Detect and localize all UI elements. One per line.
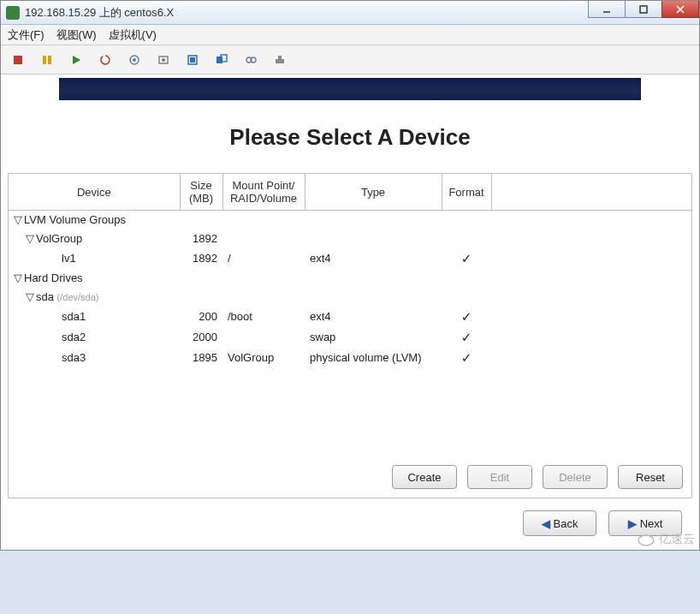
svg-rect-5 [14, 56, 22, 64]
connect-device-icon[interactable] [240, 50, 261, 70]
edit-button[interactable]: Edit [467, 465, 532, 489]
window-title: 192.168.15.29 上的 centos6.X [25, 5, 174, 21]
svg-rect-7 [48, 56, 51, 64]
checkmark-icon: ✓ [461, 251, 472, 266]
reset-button[interactable]: Reset [618, 465, 683, 489]
device-panel: Device Size (MB) Mount Point/ RAID/Volum… [8, 173, 692, 498]
titlebar: 192.168.15.29 上的 centos6.X [1, 1, 699, 25]
app-icon [6, 6, 20, 20]
watermark: 亿速云 [637, 532, 695, 547]
row-sda[interactable]: ▽sda (/dev/sda) [9, 288, 691, 307]
svg-point-11 [133, 58, 136, 62]
delete-button[interactable]: Delete [543, 465, 608, 489]
expander-icon[interactable]: ▽ [14, 213, 22, 226]
guest-content: Please Select A Device Device Size (MB) … [1, 75, 699, 550]
checkmark-icon: ✓ [461, 330, 472, 345]
toolbar [1, 45, 699, 75]
arrow-left-icon: ◀ [542, 517, 550, 530]
back-button[interactable]: ◀ Back [523, 510, 596, 536]
nav-button-row: ◀ Back ▶ Next [8, 498, 692, 539]
row-hard-drives[interactable]: ▽Hard Drives [9, 269, 691, 288]
row-lvm-groups[interactable]: ▽LVM Volume Groups [9, 211, 691, 230]
menu-vm[interactable]: 虚拟机(V) [109, 27, 157, 43]
col-type[interactable]: Type [305, 174, 442, 211]
svg-rect-16 [217, 57, 222, 63]
svg-point-22 [638, 535, 654, 545]
checkmark-icon: ✓ [461, 309, 472, 325]
expander-icon[interactable]: ▽ [26, 232, 34, 245]
menu-file[interactable]: 文件(F) [8, 27, 44, 43]
snapshot-manager-icon[interactable] [153, 50, 174, 70]
panel-button-row: Create Edit Delete Reset [9, 456, 691, 498]
settings-icon[interactable] [270, 50, 290, 70]
svg-point-13 [162, 58, 165, 62]
row-sda2[interactable]: sda2 2000 swap ✓ [9, 327, 691, 348]
menu-view[interactable]: 视图(W) [56, 27, 97, 43]
svg-rect-2 [640, 6, 647, 13]
create-button[interactable]: Create [392, 465, 457, 489]
svg-rect-15 [190, 57, 195, 63]
unity-icon[interactable] [211, 50, 232, 70]
svg-rect-6 [43, 56, 46, 64]
arrow-right-icon: ▶ [628, 517, 637, 530]
col-device[interactable]: Device [9, 174, 180, 211]
row-sda1[interactable]: sda1 200 /boot ext4 ✓ [9, 307, 691, 327]
svg-rect-21 [278, 56, 282, 59]
expander-icon[interactable]: ▽ [14, 271, 22, 284]
stop-icon[interactable] [8, 50, 28, 70]
col-format[interactable]: Format [442, 174, 491, 211]
row-volgroup[interactable]: ▽VolGroup 1892 [9, 230, 691, 248]
row-sda3[interactable]: sda3 1895 VolGroup physical volume (LVM)… [9, 348, 691, 368]
cloud-icon [637, 533, 656, 546]
pause-icon[interactable] [37, 50, 57, 70]
checkmark-icon: ✓ [461, 350, 472, 366]
svg-marker-8 [73, 56, 80, 64]
menubar: 文件(F) 视图(W) 虚拟机(V) [1, 25, 699, 45]
page-title: Please Select A Device [8, 100, 692, 173]
minimize-button[interactable] [588, 1, 626, 18]
maximize-button[interactable] [625, 1, 662, 18]
row-lv1[interactable]: lv1 1892 / ext4 ✓ [9, 248, 691, 269]
close-button[interactable] [661, 1, 699, 18]
fullscreen-icon[interactable] [182, 50, 203, 70]
snapshot-icon[interactable] [124, 50, 145, 70]
svg-rect-0 [9, 9, 17, 17]
expander-icon[interactable]: ▽ [26, 290, 34, 303]
svg-rect-20 [276, 59, 284, 63]
play-icon[interactable] [66, 50, 86, 70]
installer-banner [59, 78, 641, 100]
table-header-row: Device Size (MB) Mount Point/ RAID/Volum… [9, 174, 691, 211]
reset-vm-icon[interactable] [95, 50, 116, 70]
vm-console-window: 192.168.15.29 上的 centos6.X 文件(F) 视图(W) 虚… [0, 0, 700, 551]
col-mount[interactable]: Mount Point/ RAID/Volume [222, 174, 305, 211]
col-size[interactable]: Size (MB) [180, 174, 222, 211]
device-table: Device Size (MB) Mount Point/ RAID/Volum… [9, 174, 691, 368]
